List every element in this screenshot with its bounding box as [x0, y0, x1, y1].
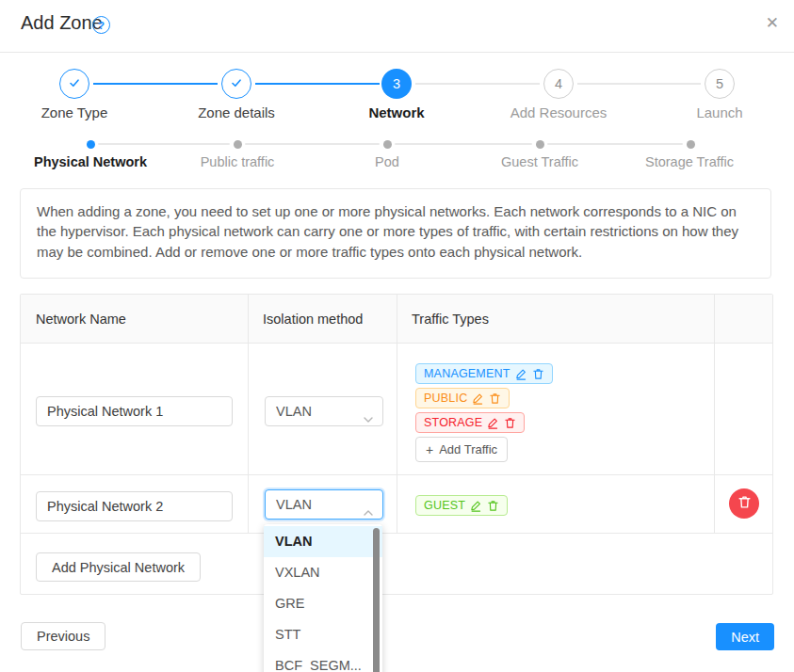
substep-public-traffic-label: Public traffic [201, 154, 275, 169]
trash-icon[interactable] [487, 500, 499, 512]
dropdown-option-stt[interactable]: STT [264, 619, 382, 650]
step-zone-details-indicator [221, 69, 251, 99]
column-divider [714, 295, 715, 533]
traffic-tag-storage: STORAGE [415, 412, 525, 433]
traffic-tag-label: PUBLIC [424, 392, 467, 405]
traffic-tag-label: GUEST [424, 499, 465, 512]
add-physical-network-button[interactable]: Add Physical Network [36, 552, 201, 582]
chevron-up-icon [363, 500, 374, 511]
step-launch-indicator: 5 [705, 69, 735, 99]
delete-network-button[interactable] [729, 488, 759, 519]
substep-connector [245, 143, 380, 145]
close-icon[interactable]: ✕ [766, 15, 779, 31]
step-network-label: Network [368, 104, 424, 120]
step-zone-type-label: Zone Type [41, 104, 108, 120]
substep-connector [98, 143, 230, 145]
edit-icon[interactable] [487, 417, 499, 429]
next-button[interactable]: Next [716, 623, 774, 650]
select-value: VLAN [276, 497, 312, 512]
add-traffic-button[interactable]: + Add Traffic [415, 437, 508, 462]
help-icon[interactable]: ? [92, 16, 110, 34]
step-connector [415, 83, 540, 85]
trash-icon [737, 495, 752, 513]
add-traffic-label: Add Traffic [439, 442, 497, 456]
step-zone-type-indicator [59, 69, 89, 99]
plus-icon: + [426, 442, 433, 457]
edit-icon[interactable] [472, 392, 484, 405]
isolation-method-select-2[interactable]: VLAN [265, 489, 383, 520]
trash-icon[interactable] [489, 392, 501, 405]
network-name-input-1[interactable] [36, 396, 233, 426]
traffic-tag-public: PUBLIC [415, 388, 510, 408]
column-header-network-name: Network Name [36, 295, 126, 344]
isolation-method-dropdown: VLAN VXLAN GRE STT BCF_SEGM... [264, 524, 382, 672]
substep-connector [395, 143, 532, 145]
traffic-tag-guest: GUEST [415, 495, 508, 516]
dropdown-scrollbar-thumb[interactable] [373, 528, 380, 672]
substep-pod-dot [383, 140, 392, 149]
check-icon [67, 75, 82, 93]
network-name-input-2[interactable] [36, 491, 233, 521]
dropdown-option-gre[interactable]: GRE [264, 588, 382, 619]
traffic-tags-row-1: MANAGEMENT PUBLIC STORAGE + Add Traffic [415, 363, 553, 462]
trash-icon[interactable] [532, 368, 544, 380]
step-connector [577, 83, 701, 85]
row-divider [21, 533, 772, 534]
step-launch-label: Launch [696, 104, 742, 120]
isolation-method-select-1[interactable]: VLAN [265, 396, 383, 426]
traffic-tags-row-2: GUEST [415, 495, 508, 516]
column-divider [248, 295, 249, 533]
traffic-tag-management: MANAGEMENT [415, 363, 553, 384]
step-connector [93, 83, 218, 85]
substep-storage-traffic-label: Storage Traffic [645, 154, 734, 169]
edit-icon[interactable] [515, 368, 527, 380]
check-icon [229, 75, 244, 93]
substep-storage-traffic-dot [687, 140, 695, 149]
modal-header: Add Zone ? ✕ [0, 0, 794, 53]
row-divider [21, 474, 772, 475]
dropdown-option-vlan[interactable]: VLAN [264, 526, 382, 557]
traffic-tag-label: MANAGEMENT [424, 367, 510, 380]
dropdown-option-bcf-segment[interactable]: BCF_SEGM... [264, 650, 382, 672]
info-box: When adding a zone, you need to set up o… [20, 188, 771, 279]
physical-networks-table: Network Name Isolation method Traffic Ty… [20, 294, 773, 595]
modal-title: Add Zone [21, 12, 103, 34]
substep-guest-traffic-dot [536, 140, 544, 149]
edit-icon[interactable] [470, 500, 482, 512]
previous-button[interactable]: Previous [21, 622, 105, 650]
substep-connector [547, 143, 683, 145]
chevron-down-icon [363, 407, 374, 418]
substep-guest-traffic-label: Guest Traffic [501, 154, 578, 169]
column-divider [397, 295, 397, 533]
info-text: When adding a zone, you need to set up o… [21, 189, 770, 274]
column-header-traffic-types: Traffic Types [412, 295, 489, 344]
select-value: VLAN [276, 404, 312, 419]
step-add-resources-label: Add Resources [510, 104, 608, 120]
traffic-tag-label: STORAGE [424, 416, 482, 429]
substep-physical-network-dot [87, 140, 95, 149]
trash-icon[interactable] [504, 417, 516, 429]
substep-physical-network-label: Physical Network [34, 154, 147, 169]
substep-public-traffic-dot [234, 140, 242, 149]
step-network-indicator: 3 [381, 69, 412, 99]
step-add-resources-indicator: 4 [543, 69, 574, 99]
step-zone-details-label: Zone details [198, 104, 275, 120]
substep-pod-label: Pod [375, 154, 399, 169]
column-header-isolation-method: Isolation method [263, 295, 363, 344]
dropdown-option-vxlan[interactable]: VXLAN [264, 557, 382, 588]
step-connector [255, 83, 380, 85]
